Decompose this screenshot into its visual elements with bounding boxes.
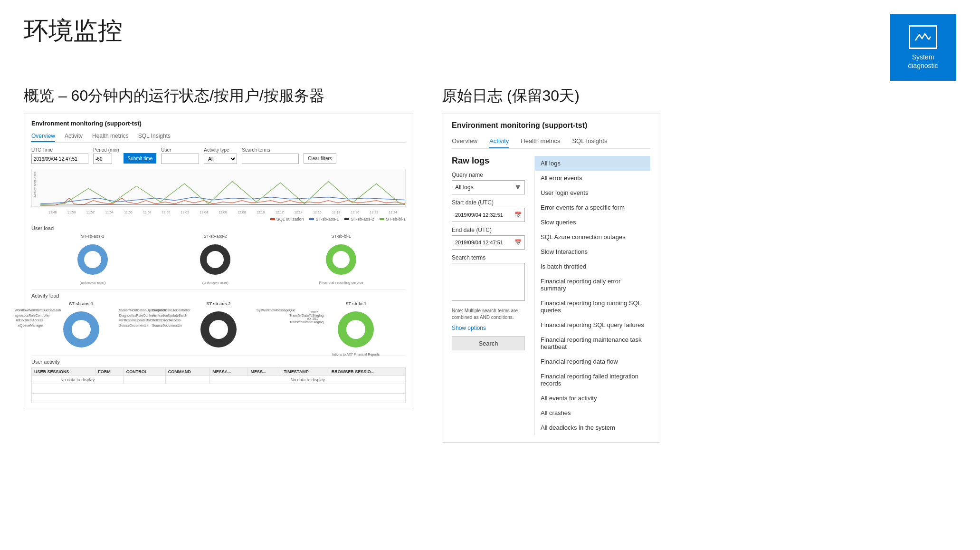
start-date-calendar-icon: 📅	[514, 212, 522, 218]
query-name-select-display[interactable]: All logs ▼	[452, 180, 525, 194]
start-date-label: Start date (UTC)	[452, 199, 525, 206]
end-date-input[interactable]: 2019/09/04 12:47:51 📅	[452, 235, 525, 250]
server-donut-aos1: ST-sb-aos-1 Batch (unknown user)	[74, 234, 112, 285]
user-input[interactable]	[161, 154, 199, 164]
legend-aos1: ST-sb-aos-1	[309, 217, 339, 222]
raw-logs-layout: Raw logs Query name All logs ▼ Start dat…	[452, 156, 650, 435]
list-item-fr-data-flow[interactable]: Financial reporting data flow	[535, 354, 650, 369]
list-item-all-crashes[interactable]: All crashes	[535, 405, 650, 420]
activity-server-bi1: ST-sb-bi-1 Other TransferDataToStaging: …	[308, 301, 403, 351]
left-tab-activity[interactable]: Activity	[65, 131, 83, 142]
aos2-left3: ielDbDirectAccess	[152, 318, 181, 323]
server-donut-aos2: ST-sb-aos-2 Batch (unknown user)	[196, 234, 234, 285]
chart-y-label: Active requests	[33, 172, 37, 198]
no-data-cell2: No data to display	[210, 376, 406, 384]
note-text: Note: Multiple search terms are combined…	[452, 308, 525, 321]
user-activity-section: User activity USER SESSIONS FORM CONTROL…	[31, 359, 406, 403]
end-date-calendar-icon: 📅	[514, 239, 522, 246]
legend-bi1-label: ST-sb-bi-1	[386, 217, 406, 222]
user-activity-title: User activity	[31, 359, 406, 365]
start-date-input[interactable]: 2019/09/04 12:32:51 📅	[452, 208, 525, 222]
bi1-label2: TransferDataToStaging: AX 201	[289, 314, 318, 320]
legend-sql-dot	[270, 218, 275, 220]
period-input[interactable]	[93, 154, 112, 164]
server-bi1-name: ST-sb-bi-1	[331, 234, 351, 239]
list-item-fr-daily-error[interactable]: Financial reporting daily error summary	[535, 274, 650, 296]
raw-logs-form: Raw logs Query name All logs ▼ Start dat…	[452, 156, 535, 435]
list-item-slow-interactions[interactable]: Slow Interactions	[535, 244, 650, 259]
bi1-bottom: Intions to AX7 Financial Reports	[318, 353, 394, 356]
search-terms-input[interactable]	[242, 154, 299, 164]
activity-server-aos2: ST-sb-aos-2 Batch DiagnosticsRuleControl…	[171, 301, 266, 351]
activity-type-label: Activity type	[204, 147, 237, 153]
period-filter: Period (min)	[93, 147, 119, 164]
right-env-panel: Environment monitoring (support-tst) Ove…	[442, 114, 660, 443]
right-panel-title: Environment monitoring (support-tst)	[452, 121, 650, 130]
col-timestamp: TIMESTAMP	[281, 368, 329, 376]
system-diagnostic-box: Systemdiagnostic	[890, 14, 956, 81]
legend-aos2: ST-sb-aos-2	[344, 217, 374, 222]
show-options-link[interactable]: Show options	[452, 325, 525, 331]
end-date-value: 2019/09/04 12:47:51	[455, 240, 503, 245]
system-diagnostic-icon	[909, 25, 937, 49]
start-date-value: 2019/09/04 12:32:51	[455, 212, 503, 218]
list-item-error-form[interactable]: Error events for a specific form	[535, 200, 650, 215]
right-tab-sql[interactable]: SQL Insights	[572, 135, 607, 148]
list-item-all-logs[interactable]: All logs	[535, 156, 650, 171]
query-name-group: Query name All logs ▼	[452, 172, 525, 194]
right-tab-activity[interactable]: Activity	[489, 135, 509, 148]
left-tab-overview[interactable]: Overview	[31, 131, 55, 142]
bi1-label1: Other	[289, 310, 318, 314]
col-control: CONTROL	[124, 368, 165, 376]
utc-time-label: UTC Time	[31, 147, 88, 153]
activity-aos1-name: ST-sb-aos-1	[69, 301, 93, 306]
col-browser: BROWSER SESSIO...	[329, 368, 405, 376]
dropdown-chevron-icon: ▼	[511, 183, 524, 192]
right-section: 原始日志 (保留30天) Environment monitoring (sup…	[442, 86, 660, 443]
user-load-row: ST-sb-aos-1 Batch (unknown user) ST-sb-a…	[31, 234, 406, 290]
svg-text:Batch: Batch	[88, 258, 98, 262]
legend-aos2-label: ST-sb-aos-2	[351, 217, 374, 222]
svg-text:Batch: Batch	[214, 328, 223, 332]
list-item-fr-heartbeat[interactable]: Financial reporting maintenance task hea…	[535, 332, 650, 354]
list-item-fr-long-sql[interactable]: Financial reporting long running SQL que…	[535, 296, 650, 318]
search-terms-label: Search terms	[242, 147, 299, 153]
activity-server-aos1: ST-sb-aos-1 Batch WorkflowWorkItemDueDat…	[34, 301, 129, 351]
list-item-all-deadlocks[interactable]: All deadlocks in the system	[535, 420, 650, 435]
chart-x-axis: 11:4811:5011:5211:5411:5611:5812:0012:02…	[31, 210, 406, 215]
system-diagnostic-label: Systemdiagnostic	[908, 53, 938, 70]
end-date-group: End date (UTC) 2019/09/04 12:47:51 📅	[452, 227, 525, 250]
right-tab-overview[interactable]: Overview	[452, 135, 477, 148]
aos1-right2: DiagnosticsRuleController	[119, 313, 150, 318]
sections-wrapper: 概览 – 60分钟内的运行状态/按用户/按服务器 Environment mon…	[0, 86, 980, 443]
list-item-user-login[interactable]: User login events	[535, 185, 650, 200]
list-item-slow-queries[interactable]: Slow queries	[535, 215, 650, 230]
activity-type-select[interactable]: All	[204, 154, 237, 164]
aos1-right3: verificationUpdateBatch	[119, 318, 150, 323]
search-button[interactable]: Search	[452, 336, 525, 350]
list-item-sql-azure[interactable]: SQL Azure connection outages	[535, 230, 650, 244]
utc-time-filter: UTC Time	[31, 147, 88, 164]
clear-filters-button[interactable]: Clear filters	[304, 153, 336, 164]
list-item-all-error[interactable]: All error events	[535, 171, 650, 185]
left-section: 概览 – 60分钟内的运行状态/按用户/按服务器 Environment mon…	[24, 86, 413, 443]
left-tab-health[interactable]: Health metrics	[92, 131, 129, 142]
raw-logs-title: Raw logs	[452, 156, 525, 166]
svg-text:Batch: Batch	[76, 328, 86, 332]
list-item-fr-failed-integration[interactable]: Financial reporting failed integration r…	[535, 369, 650, 391]
legend-aos1-label: ST-sb-aos-1	[315, 217, 339, 222]
list-item-fr-sql-failures[interactable]: Financial reporting SQL query failures	[535, 318, 650, 332]
utc-time-input[interactable]	[31, 154, 88, 164]
left-tab-sql[interactable]: SQL Insights	[138, 131, 171, 142]
col-messa1: MESSA...	[210, 368, 248, 376]
submit-time-button[interactable]: Submit time	[124, 153, 156, 164]
list-item-batch-throttled[interactable]: Is batch throttled	[535, 259, 650, 274]
list-item-all-events-activity[interactable]: All events for activity	[535, 391, 650, 405]
legend-bi1: ST-sb-bi-1	[380, 217, 406, 222]
search-terms-textarea[interactable]	[452, 263, 525, 301]
right-tab-health[interactable]: Health metrics	[521, 135, 560, 148]
end-date-label: End date (UTC)	[452, 227, 525, 233]
period-label: Period (min)	[93, 147, 119, 153]
aos2-left2: verificationUpdateBatch	[152, 313, 181, 318]
aos1-right4: SourceDocumentLin	[119, 323, 150, 328]
